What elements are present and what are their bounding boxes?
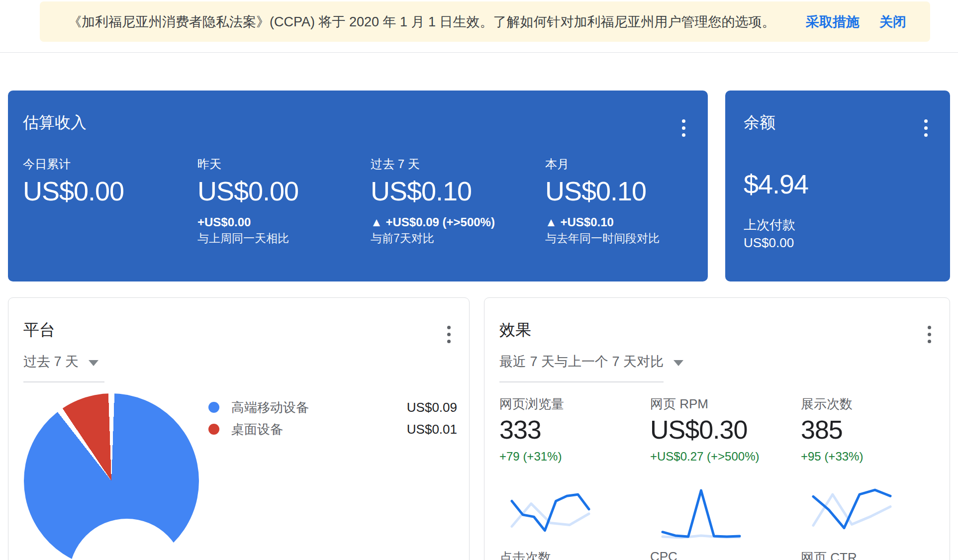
more-options-icon[interactable]	[924, 119, 928, 140]
balance-value: $4.94	[744, 168, 808, 200]
pageviews-sparkline	[512, 486, 589, 542]
metric-label: 昨天	[197, 156, 298, 172]
metric-label: 过去 7 天	[371, 156, 495, 172]
metric-delta: +95 (+33%)	[801, 449, 863, 464]
metric-label: 网页浏览量	[499, 395, 564, 412]
estimated-earnings-card: 估算收入 今日累计 US$0.00 昨天 US$0.00 +US$0.00 与上…	[8, 91, 708, 281]
metric-label-clicks: 点击次数	[499, 549, 551, 560]
platforms-donut-chart	[24, 393, 199, 560]
compare-range-label: 最近 7 天与上一个 7 天对比	[499, 353, 664, 371]
dismiss-link[interactable]: 关闭	[879, 13, 906, 31]
cpc-sparkline	[663, 486, 740, 542]
metric-delta: +79 (+31%)	[499, 449, 564, 464]
notice-actions: 采取措施 关闭	[806, 13, 906, 31]
range-underline	[499, 381, 664, 382]
legend-row: 桌面设备 US$0.01	[208, 418, 457, 440]
balance-card: 余额 $4.94 上次付款 US$0.00	[725, 91, 950, 281]
metric-value: US$0.10	[371, 175, 495, 207]
ccpa-notice-banner: 《加利福尼亚州消费者隐私法案》(CCPA) 将于 2020 年 1 月 1 日生…	[40, 1, 930, 42]
metric-label: 本月	[545, 156, 660, 172]
metric-label: 今日累计	[23, 156, 124, 172]
compare-range-selector[interactable]: 最近 7 天与上一个 7 天对比	[499, 353, 683, 371]
card-title: 余额	[744, 112, 775, 132]
metric-value: 333	[499, 414, 564, 445]
legend-dot-desktop	[208, 424, 219, 435]
last-payment-label: 上次付款	[744, 216, 795, 234]
legend-value: US$0.01	[407, 422, 457, 437]
more-options-icon[interactable]	[447, 326, 451, 347]
ccpa-notice-text: 《加利福尼亚州消费者隐私法案》(CCPA) 将于 2020 年 1 月 1 日生…	[68, 13, 806, 31]
card-title: 效果	[499, 320, 531, 340]
metric-delta: ▲ +US$0.09 (+>500%)	[371, 215, 495, 230]
metric-value: US$0.10	[545, 175, 660, 207]
last-payment-value: US$0.00	[744, 234, 795, 252]
metric-pageviews: 网页浏览量 333 +79 (+31%)	[499, 395, 564, 464]
metric-value: US$0.30	[650, 414, 759, 445]
metric-value: US$0.00	[23, 175, 124, 207]
metric-label-cpc: CPC	[650, 549, 677, 560]
metric-impressions: 展示次数 385 +95 (+33%)	[801, 395, 863, 464]
metric-caption: 与前7天对比	[371, 231, 495, 246]
more-options-icon[interactable]	[682, 119, 686, 140]
earnings-column-today: 今日累计 US$0.00	[23, 156, 124, 207]
platforms-card: 平台 过去 7 天 高端移动设备 US$0.09 桌面设备 US$0.01	[8, 297, 470, 560]
ctr-sparkline	[813, 486, 890, 542]
metric-value: US$0.00	[197, 175, 298, 207]
legend-label: 桌面设备	[231, 421, 407, 438]
earnings-column-last7days: 过去 7 天 US$0.10 ▲ +US$0.09 (+>500%) 与前7天对…	[371, 156, 495, 246]
take-action-link[interactable]: 采取措施	[806, 13, 860, 31]
legend-label: 高端移动设备	[231, 399, 407, 416]
metric-delta: +US$0.00	[197, 215, 298, 230]
metric-label: 展示次数	[801, 395, 863, 412]
range-underline	[23, 381, 104, 382]
platforms-legend: 高端移动设备 US$0.09 桌面设备 US$0.01	[208, 396, 457, 440]
metric-delta: +US$0.27 (+>500%)	[650, 449, 759, 464]
metric-caption: 与上周同一天相比	[197, 231, 298, 246]
metric-caption: 与去年同一时间段对比	[545, 231, 660, 246]
metric-delta: ▲ +US$0.10	[545, 215, 660, 230]
chevron-down-icon	[673, 360, 683, 366]
metric-label: 网页 RPM	[650, 395, 759, 412]
card-title: 平台	[23, 320, 55, 340]
performance-card: 效果 最近 7 天与上一个 7 天对比 网页浏览量 333 +79 (+31%)…	[484, 297, 950, 560]
legend-row: 高端移动设备 US$0.09	[208, 396, 457, 418]
last-payment: 上次付款 US$0.00	[744, 216, 795, 252]
earnings-column-yesterday: 昨天 US$0.00 +US$0.00 与上周同一天相比	[197, 156, 298, 246]
metric-label-page-ctr: 网页 CTR	[801, 549, 857, 560]
metric-value: 385	[801, 414, 863, 445]
chevron-down-icon	[89, 360, 98, 366]
earnings-column-this-month: 本月 US$0.10 ▲ +US$0.10 与去年同一时间段对比	[545, 156, 660, 246]
more-options-icon[interactable]	[928, 326, 932, 347]
card-title: 估算收入	[23, 112, 87, 132]
date-range-selector[interactable]: 过去 7 天	[23, 353, 98, 371]
header-divider	[0, 52, 958, 53]
legend-value: US$0.09	[407, 400, 457, 415]
legend-dot-mobile	[208, 402, 219, 413]
metric-page-rpm: 网页 RPM US$0.30 +US$0.27 (+>500%)	[650, 395, 759, 464]
date-range-label: 过去 7 天	[23, 353, 79, 371]
donut-hole	[69, 519, 185, 560]
